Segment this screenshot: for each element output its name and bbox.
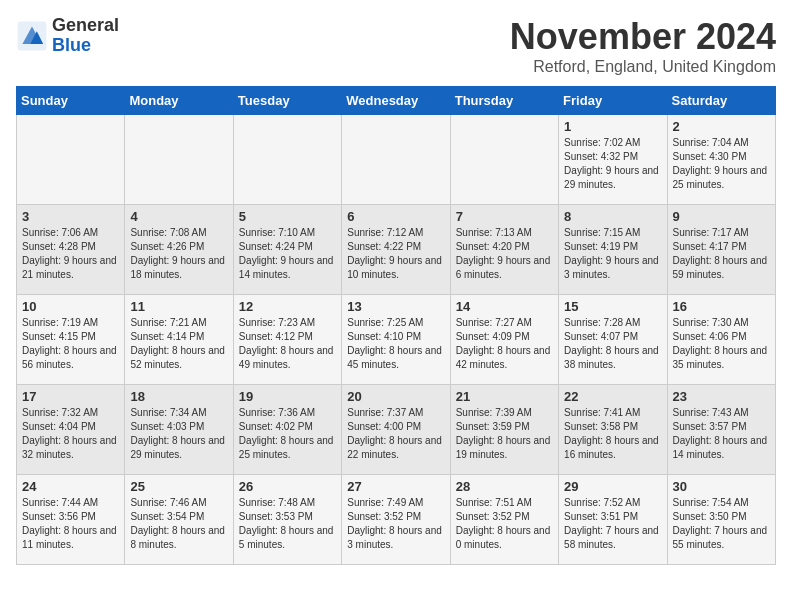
day-info: Sunrise: 7:19 AM Sunset: 4:15 PM Dayligh… <box>22 316 119 372</box>
day-number: 27 <box>347 479 444 494</box>
day-header-monday: Monday <box>125 87 233 115</box>
calendar-cell <box>17 115 125 205</box>
calendar-cell: 9Sunrise: 7:17 AM Sunset: 4:17 PM Daylig… <box>667 205 775 295</box>
calendar-cell: 24Sunrise: 7:44 AM Sunset: 3:56 PM Dayli… <box>17 475 125 565</box>
week-row-1: 1Sunrise: 7:02 AM Sunset: 4:32 PM Daylig… <box>17 115 776 205</box>
day-header-friday: Friday <box>559 87 667 115</box>
day-info: Sunrise: 7:06 AM Sunset: 4:28 PM Dayligh… <box>22 226 119 282</box>
day-number: 30 <box>673 479 770 494</box>
month-title: November 2024 <box>510 16 776 58</box>
logo-general: General <box>52 15 119 35</box>
calendar-cell: 13Sunrise: 7:25 AM Sunset: 4:10 PM Dayli… <box>342 295 450 385</box>
day-number: 3 <box>22 209 119 224</box>
week-row-5: 24Sunrise: 7:44 AM Sunset: 3:56 PM Dayli… <box>17 475 776 565</box>
day-info: Sunrise: 7:08 AM Sunset: 4:26 PM Dayligh… <box>130 226 227 282</box>
day-info: Sunrise: 7:21 AM Sunset: 4:14 PM Dayligh… <box>130 316 227 372</box>
day-number: 28 <box>456 479 553 494</box>
day-number: 24 <box>22 479 119 494</box>
week-row-2: 3Sunrise: 7:06 AM Sunset: 4:28 PM Daylig… <box>17 205 776 295</box>
calendar-cell: 12Sunrise: 7:23 AM Sunset: 4:12 PM Dayli… <box>233 295 341 385</box>
day-number: 26 <box>239 479 336 494</box>
calendar-cell: 14Sunrise: 7:27 AM Sunset: 4:09 PM Dayli… <box>450 295 558 385</box>
calendar-cell: 25Sunrise: 7:46 AM Sunset: 3:54 PM Dayli… <box>125 475 233 565</box>
day-info: Sunrise: 7:04 AM Sunset: 4:30 PM Dayligh… <box>673 136 770 192</box>
page-header: General Blue November 2024 Retford, Engl… <box>16 16 776 76</box>
day-number: 23 <box>673 389 770 404</box>
day-info: Sunrise: 7:25 AM Sunset: 4:10 PM Dayligh… <box>347 316 444 372</box>
day-number: 13 <box>347 299 444 314</box>
day-info: Sunrise: 7:48 AM Sunset: 3:53 PM Dayligh… <box>239 496 336 552</box>
calendar-cell: 1Sunrise: 7:02 AM Sunset: 4:32 PM Daylig… <box>559 115 667 205</box>
day-info: Sunrise: 7:12 AM Sunset: 4:22 PM Dayligh… <box>347 226 444 282</box>
day-number: 22 <box>564 389 661 404</box>
day-info: Sunrise: 7:41 AM Sunset: 3:58 PM Dayligh… <box>564 406 661 462</box>
day-number: 8 <box>564 209 661 224</box>
day-number: 15 <box>564 299 661 314</box>
calendar-cell: 27Sunrise: 7:49 AM Sunset: 3:52 PM Dayli… <box>342 475 450 565</box>
day-info: Sunrise: 7:15 AM Sunset: 4:19 PM Dayligh… <box>564 226 661 282</box>
calendar-cell: 15Sunrise: 7:28 AM Sunset: 4:07 PM Dayli… <box>559 295 667 385</box>
day-info: Sunrise: 7:54 AM Sunset: 3:50 PM Dayligh… <box>673 496 770 552</box>
day-number: 4 <box>130 209 227 224</box>
day-info: Sunrise: 7:32 AM Sunset: 4:04 PM Dayligh… <box>22 406 119 462</box>
calendar-cell: 30Sunrise: 7:54 AM Sunset: 3:50 PM Dayli… <box>667 475 775 565</box>
week-row-4: 17Sunrise: 7:32 AM Sunset: 4:04 PM Dayli… <box>17 385 776 475</box>
calendar-cell: 21Sunrise: 7:39 AM Sunset: 3:59 PM Dayli… <box>450 385 558 475</box>
calendar-cell: 16Sunrise: 7:30 AM Sunset: 4:06 PM Dayli… <box>667 295 775 385</box>
day-info: Sunrise: 7:30 AM Sunset: 4:06 PM Dayligh… <box>673 316 770 372</box>
day-number: 17 <box>22 389 119 404</box>
day-number: 14 <box>456 299 553 314</box>
day-number: 20 <box>347 389 444 404</box>
calendar-cell: 22Sunrise: 7:41 AM Sunset: 3:58 PM Dayli… <box>559 385 667 475</box>
calendar-cell: 19Sunrise: 7:36 AM Sunset: 4:02 PM Dayli… <box>233 385 341 475</box>
calendar-cell: 29Sunrise: 7:52 AM Sunset: 3:51 PM Dayli… <box>559 475 667 565</box>
day-info: Sunrise: 7:49 AM Sunset: 3:52 PM Dayligh… <box>347 496 444 552</box>
day-number: 9 <box>673 209 770 224</box>
week-row-3: 10Sunrise: 7:19 AM Sunset: 4:15 PM Dayli… <box>17 295 776 385</box>
calendar-cell <box>233 115 341 205</box>
calendar-cell: 10Sunrise: 7:19 AM Sunset: 4:15 PM Dayli… <box>17 295 125 385</box>
calendar-cell: 8Sunrise: 7:15 AM Sunset: 4:19 PM Daylig… <box>559 205 667 295</box>
logo-icon <box>16 20 48 52</box>
day-number: 7 <box>456 209 553 224</box>
location: Retford, England, United Kingdom <box>510 58 776 76</box>
day-number: 5 <box>239 209 336 224</box>
logo: General Blue <box>16 16 119 56</box>
day-info: Sunrise: 7:51 AM Sunset: 3:52 PM Dayligh… <box>456 496 553 552</box>
day-info: Sunrise: 7:02 AM Sunset: 4:32 PM Dayligh… <box>564 136 661 192</box>
calendar-cell: 5Sunrise: 7:10 AM Sunset: 4:24 PM Daylig… <box>233 205 341 295</box>
day-header-thursday: Thursday <box>450 87 558 115</box>
calendar-cell: 7Sunrise: 7:13 AM Sunset: 4:20 PM Daylig… <box>450 205 558 295</box>
day-info: Sunrise: 7:46 AM Sunset: 3:54 PM Dayligh… <box>130 496 227 552</box>
calendar-cell <box>450 115 558 205</box>
calendar-cell: 3Sunrise: 7:06 AM Sunset: 4:28 PM Daylig… <box>17 205 125 295</box>
day-info: Sunrise: 7:39 AM Sunset: 3:59 PM Dayligh… <box>456 406 553 462</box>
calendar-cell: 6Sunrise: 7:12 AM Sunset: 4:22 PM Daylig… <box>342 205 450 295</box>
day-number: 16 <box>673 299 770 314</box>
calendar-cell: 18Sunrise: 7:34 AM Sunset: 4:03 PM Dayli… <box>125 385 233 475</box>
header-row: SundayMondayTuesdayWednesdayThursdayFrid… <box>17 87 776 115</box>
day-number: 1 <box>564 119 661 134</box>
day-info: Sunrise: 7:37 AM Sunset: 4:00 PM Dayligh… <box>347 406 444 462</box>
day-info: Sunrise: 7:52 AM Sunset: 3:51 PM Dayligh… <box>564 496 661 552</box>
day-info: Sunrise: 7:13 AM Sunset: 4:20 PM Dayligh… <box>456 226 553 282</box>
calendar-header: SundayMondayTuesdayWednesdayThursdayFrid… <box>17 87 776 115</box>
calendar-cell: 23Sunrise: 7:43 AM Sunset: 3:57 PM Dayli… <box>667 385 775 475</box>
day-number: 2 <box>673 119 770 134</box>
day-number: 19 <box>239 389 336 404</box>
calendar-cell: 28Sunrise: 7:51 AM Sunset: 3:52 PM Dayli… <box>450 475 558 565</box>
day-number: 10 <box>22 299 119 314</box>
calendar-cell: 17Sunrise: 7:32 AM Sunset: 4:04 PM Dayli… <box>17 385 125 475</box>
calendar-cell: 4Sunrise: 7:08 AM Sunset: 4:26 PM Daylig… <box>125 205 233 295</box>
calendar-cell: 26Sunrise: 7:48 AM Sunset: 3:53 PM Dayli… <box>233 475 341 565</box>
day-info: Sunrise: 7:28 AM Sunset: 4:07 PM Dayligh… <box>564 316 661 372</box>
calendar-cell: 20Sunrise: 7:37 AM Sunset: 4:00 PM Dayli… <box>342 385 450 475</box>
day-info: Sunrise: 7:17 AM Sunset: 4:17 PM Dayligh… <box>673 226 770 282</box>
day-info: Sunrise: 7:23 AM Sunset: 4:12 PM Dayligh… <box>239 316 336 372</box>
day-number: 18 <box>130 389 227 404</box>
day-info: Sunrise: 7:43 AM Sunset: 3:57 PM Dayligh… <box>673 406 770 462</box>
day-info: Sunrise: 7:10 AM Sunset: 4:24 PM Dayligh… <box>239 226 336 282</box>
calendar-cell <box>342 115 450 205</box>
day-info: Sunrise: 7:36 AM Sunset: 4:02 PM Dayligh… <box>239 406 336 462</box>
day-number: 21 <box>456 389 553 404</box>
